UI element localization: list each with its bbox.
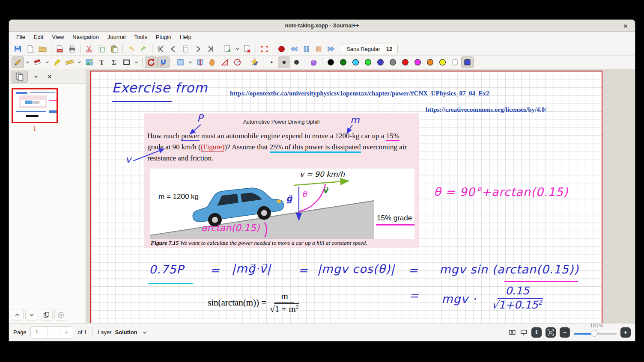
copy-button[interactable] xyxy=(95,43,108,55)
rewind-button[interactable] xyxy=(288,43,300,55)
color-swatch-9[interactable] xyxy=(436,56,449,68)
goto-page-button[interactable] xyxy=(179,43,192,55)
sidebar-dropdown-button[interactable] xyxy=(30,71,42,83)
cut-button[interactable] xyxy=(83,43,95,55)
color-swatch-0[interactable] xyxy=(325,56,337,68)
color-swatch-8[interactable] xyxy=(424,56,436,68)
fast-forward-button[interactable] xyxy=(325,43,337,55)
dot-medium-button[interactable] xyxy=(278,56,290,68)
color-swatch-4[interactable] xyxy=(374,56,387,68)
dot-thick-button[interactable] xyxy=(290,56,303,68)
save-button[interactable] xyxy=(12,43,24,55)
delete-page-sidebar-button[interactable] xyxy=(54,309,67,320)
undo-button[interactable] xyxy=(125,43,137,55)
menu-help[interactable]: Help xyxy=(176,33,195,42)
setsquare-button[interactable] xyxy=(219,56,231,68)
shape-recognizer-button[interactable] xyxy=(307,56,320,68)
rotate-button[interactable] xyxy=(145,56,157,68)
zoom-out-button[interactable]: − xyxy=(560,327,570,338)
redo-button[interactable] xyxy=(137,43,150,55)
eraser-button[interactable] xyxy=(31,56,44,68)
zoom-fit-button[interactable] xyxy=(546,327,556,338)
record-button[interactable] xyxy=(275,43,288,55)
source-link[interactable]: https://opentextbc.ca/universityphysicsv… xyxy=(230,90,489,97)
chevron-down-button[interactable] xyxy=(76,56,83,68)
color-swatch-6[interactable] xyxy=(399,56,411,68)
layer-selector[interactable]: Solution xyxy=(115,329,137,335)
first-page-button[interactable] xyxy=(155,43,167,55)
menu-plugin[interactable]: Plugin xyxy=(152,33,175,42)
color-swatch-3[interactable] xyxy=(362,56,374,68)
prev-page-button[interactable] xyxy=(167,43,179,55)
last-page-button[interactable] xyxy=(204,43,217,55)
pause-button[interactable] xyxy=(300,43,313,55)
math-tex-button[interactable]: Σ xyxy=(108,56,120,68)
paste-button[interactable] xyxy=(108,43,120,55)
zoom-100-button[interactable]: 1 xyxy=(531,327,542,338)
license-link[interactable]: https://creativecommons.org/licenses/by/… xyxy=(426,106,546,113)
dual-page-view-button[interactable] xyxy=(508,329,516,336)
chevron-down-button[interactable] xyxy=(24,56,31,68)
figure-reference-link[interactable]: (Figure) xyxy=(201,143,225,151)
scroll-down-button[interactable] xyxy=(25,309,38,320)
stop-button[interactable] xyxy=(313,43,325,55)
menu-file[interactable]: File xyxy=(12,33,29,42)
compass-button[interactable] xyxy=(231,56,244,68)
page-preview-tab-button[interactable] xyxy=(11,71,28,83)
thumb-eq1-mark xyxy=(16,111,46,112)
sidebar-close-button[interactable] xyxy=(44,71,55,83)
highlighter-button[interactable] xyxy=(51,56,63,68)
fullscreen-button[interactable] xyxy=(258,43,271,55)
favorite-pen-button[interactable] xyxy=(248,56,261,68)
zoom-in-button[interactable]: + xyxy=(620,327,631,338)
color-swatch-1[interactable] xyxy=(337,56,349,68)
chevron-down-button[interactable] xyxy=(44,56,51,68)
eq1-term-4: mgv sin (arctan(0.15)) xyxy=(439,263,579,276)
image-tool-button[interactable] xyxy=(83,56,95,68)
menu-journal[interactable]: Journal xyxy=(104,33,130,42)
menu-navigation[interactable]: Navigation xyxy=(69,33,102,42)
open-folder-button[interactable] xyxy=(36,43,49,55)
menu-tools[interactable]: Tools xyxy=(130,33,151,42)
canvas-background[interactable]: Exercise from https://opentextbc.ca/univ… xyxy=(86,69,635,323)
add-page-button[interactable] xyxy=(221,43,234,55)
scroll-up-button[interactable] xyxy=(11,309,24,320)
chevron-down-button[interactable] xyxy=(133,56,140,68)
close-window-button[interactable]: × xyxy=(621,21,630,30)
menu-view[interactable]: View xyxy=(48,33,68,42)
color-swatch-2[interactable] xyxy=(349,56,362,68)
font-selector[interactable]: Sans Regular12 xyxy=(341,44,398,54)
pen-button[interactable] xyxy=(12,56,24,68)
document-page[interactable]: Exercise from https://opentextbc.ca/univ… xyxy=(90,71,602,323)
export-pdf-button[interactable]: PDF xyxy=(54,43,66,55)
duplicate-page-button[interactable] xyxy=(40,309,53,320)
page-number-input[interactable]: 1 xyxy=(31,329,47,335)
hand-tool-button[interactable] xyxy=(206,56,219,68)
color-picker-button[interactable] xyxy=(461,56,474,68)
chevron-down-button[interactable] xyxy=(187,56,194,68)
snap-magnet-button[interactable] xyxy=(157,56,170,68)
presentation-mode-button[interactable] xyxy=(520,329,528,336)
zoom-slider[interactable]: 181% xyxy=(574,326,617,339)
text-tool-button[interactable]: T xyxy=(95,56,108,68)
page-increment-button[interactable]: + xyxy=(60,327,73,338)
color-swatch-10[interactable] xyxy=(449,56,461,68)
delete-page-button[interactable] xyxy=(241,43,253,55)
zoom-slider-thumb[interactable] xyxy=(591,330,598,337)
color-swatch-7[interactable] xyxy=(411,56,424,68)
new-file-button[interactable] xyxy=(24,43,36,55)
menu-edit[interactable]: Edit xyxy=(30,33,47,42)
layer-dropdown-icon[interactable] xyxy=(141,329,149,336)
page-thumbnail[interactable] xyxy=(12,88,58,123)
dot-fine-button[interactable] xyxy=(265,56,278,68)
status-bar: Page 1 – + of 1 Layer Solution 1 − 181% … xyxy=(9,323,635,341)
select-region-button[interactable] xyxy=(174,56,187,68)
shape-rect-button[interactable] xyxy=(120,56,133,68)
color-swatch-5[interactable] xyxy=(387,56,399,68)
ruler-button[interactable] xyxy=(63,56,76,68)
vertical-space-button[interactable] xyxy=(194,56,206,68)
print-button[interactable] xyxy=(66,43,78,55)
page-decrement-button[interactable]: – xyxy=(47,327,60,338)
chevron-down-button[interactable] xyxy=(234,43,241,55)
next-page-button[interactable] xyxy=(192,43,204,55)
